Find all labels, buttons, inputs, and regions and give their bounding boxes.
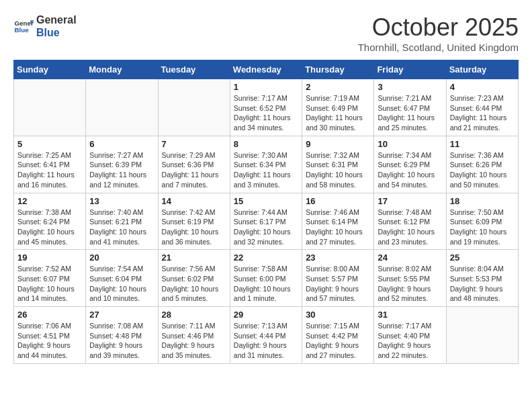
day-number: 12 — [17, 196, 82, 206]
logo: General Blue General Blue — [13, 13, 77, 39]
calendar-cell: 8Sunrise: 7:30 AM Sunset: 6:34 PM Daylig… — [230, 136, 302, 193]
day-number: 17 — [378, 196, 442, 206]
calendar-cell: 21Sunrise: 7:56 AM Sunset: 6:02 PM Dayli… — [158, 250, 230, 307]
day-number: 31 — [378, 310, 442, 320]
day-number: 1 — [234, 82, 298, 92]
day-info: Sunrise: 7:54 AM Sunset: 6:04 PM Dayligh… — [89, 264, 154, 304]
calendar-cell: 30Sunrise: 7:15 AM Sunset: 4:42 PM Dayli… — [302, 307, 374, 364]
day-number: 2 — [306, 82, 370, 92]
day-info: Sunrise: 7:15 AM Sunset: 4:42 PM Dayligh… — [306, 321, 370, 361]
day-info: Sunrise: 7:48 AM Sunset: 6:12 PM Dayligh… — [378, 208, 442, 247]
weekday-header-friday: Friday — [374, 60, 446, 79]
day-info: Sunrise: 7:52 AM Sunset: 6:07 PM Dayligh… — [17, 264, 82, 304]
calendar-cell: 9Sunrise: 7:32 AM Sunset: 6:31 PM Daylig… — [302, 136, 374, 193]
day-info: Sunrise: 7:19 AM Sunset: 6:49 PM Dayligh… — [306, 93, 370, 133]
day-info: Sunrise: 7:08 AM Sunset: 4:48 PM Dayligh… — [89, 321, 154, 361]
day-info: Sunrise: 7:50 AM Sunset: 6:09 PM Dayligh… — [450, 208, 515, 247]
calendar-cell: 6Sunrise: 7:27 AM Sunset: 6:39 PM Daylig… — [86, 136, 158, 193]
day-number: 19 — [17, 253, 82, 263]
day-info: Sunrise: 7:13 AM Sunset: 4:44 PM Dayligh… — [234, 321, 298, 361]
calendar-cell: 1Sunrise: 7:17 AM Sunset: 6:52 PM Daylig… — [230, 79, 302, 136]
calendar-cell: 11Sunrise: 7:36 AM Sunset: 6:26 PM Dayli… — [446, 136, 518, 193]
calendar-week-row: 19Sunrise: 7:52 AM Sunset: 6:07 PM Dayli… — [14, 250, 519, 307]
calendar-week-row: 26Sunrise: 7:06 AM Sunset: 4:51 PM Dayli… — [14, 307, 519, 364]
day-number: 28 — [162, 310, 226, 320]
day-number: 15 — [234, 196, 298, 206]
calendar-cell: 23Sunrise: 8:00 AM Sunset: 5:57 PM Dayli… — [302, 250, 374, 307]
day-number: 16 — [306, 196, 370, 206]
day-info: Sunrise: 7:27 AM Sunset: 6:39 PM Dayligh… — [89, 150, 154, 190]
weekday-header-saturday: Saturday — [446, 60, 518, 79]
calendar-cell: 13Sunrise: 7:40 AM Sunset: 6:21 PM Dayli… — [86, 193, 158, 250]
weekday-header-monday: Monday — [86, 60, 158, 79]
calendar-cell: 7Sunrise: 7:29 AM Sunset: 6:36 PM Daylig… — [158, 136, 230, 193]
day-info: Sunrise: 7:17 AM Sunset: 6:52 PM Dayligh… — [234, 93, 298, 133]
day-info: Sunrise: 7:29 AM Sunset: 6:36 PM Dayligh… — [162, 150, 226, 190]
logo-blue: Blue — [36, 26, 77, 39]
day-info: Sunrise: 8:04 AM Sunset: 5:53 PM Dayligh… — [450, 264, 515, 304]
calendar-cell: 24Sunrise: 8:02 AM Sunset: 5:55 PM Dayli… — [374, 250, 446, 307]
day-number: 29 — [234, 310, 298, 320]
day-number: 3 — [378, 82, 442, 92]
day-number: 23 — [306, 253, 370, 263]
calendar-cell: 14Sunrise: 7:42 AM Sunset: 6:19 PM Dayli… — [158, 193, 230, 250]
day-number: 10 — [378, 139, 442, 149]
calendar-cell: 20Sunrise: 7:54 AM Sunset: 6:04 PM Dayli… — [86, 250, 158, 307]
calendar-cell: 4Sunrise: 7:23 AM Sunset: 6:44 PM Daylig… — [446, 79, 518, 136]
day-info: Sunrise: 7:44 AM Sunset: 6:17 PM Dayligh… — [234, 208, 298, 247]
calendar-cell: 22Sunrise: 7:58 AM Sunset: 6:00 PM Dayli… — [230, 250, 302, 307]
day-info: Sunrise: 7:58 AM Sunset: 6:00 PM Dayligh… — [234, 264, 298, 304]
day-number: 25 — [450, 253, 515, 263]
weekday-header-wednesday: Wednesday — [230, 60, 302, 79]
day-info: Sunrise: 7:34 AM Sunset: 6:29 PM Dayligh… — [378, 150, 442, 190]
title-area: October 2025 Thornhill, Scotland, United… — [358, 13, 519, 53]
calendar-cell: 10Sunrise: 7:34 AM Sunset: 6:29 PM Dayli… — [374, 136, 446, 193]
day-info: Sunrise: 7:46 AM Sunset: 6:14 PM Dayligh… — [306, 208, 370, 247]
calendar-cell: 28Sunrise: 7:11 AM Sunset: 4:46 PM Dayli… — [158, 307, 230, 364]
page-header: General Blue General Blue October 2025 T… — [13, 13, 519, 53]
day-number: 14 — [162, 196, 226, 206]
day-number: 30 — [306, 310, 370, 320]
day-info: Sunrise: 7:32 AM Sunset: 6:31 PM Dayligh… — [306, 150, 370, 190]
day-number: 26 — [17, 310, 82, 320]
calendar-cell — [446, 307, 518, 364]
day-number: 27 — [89, 310, 154, 320]
day-info: Sunrise: 7:42 AM Sunset: 6:19 PM Dayligh… — [162, 208, 226, 247]
weekday-header-thursday: Thursday — [302, 60, 374, 79]
day-info: Sunrise: 8:02 AM Sunset: 5:55 PM Dayligh… — [378, 264, 442, 304]
day-info: Sunrise: 7:06 AM Sunset: 4:51 PM Dayligh… — [17, 321, 82, 361]
calendar-cell: 12Sunrise: 7:38 AM Sunset: 6:24 PM Dayli… — [14, 193, 86, 250]
day-info: Sunrise: 8:00 AM Sunset: 5:57 PM Dayligh… — [306, 264, 370, 304]
day-number: 13 — [89, 196, 154, 206]
calendar-cell: 27Sunrise: 7:08 AM Sunset: 4:48 PM Dayli… — [86, 307, 158, 364]
day-number: 20 — [89, 253, 154, 263]
calendar-cell: 2Sunrise: 7:19 AM Sunset: 6:49 PM Daylig… — [302, 79, 374, 136]
day-info: Sunrise: 7:11 AM Sunset: 4:46 PM Dayligh… — [162, 321, 226, 361]
day-info: Sunrise: 7:40 AM Sunset: 6:21 PM Dayligh… — [89, 208, 154, 247]
svg-text:Blue: Blue — [15, 26, 30, 34]
day-info: Sunrise: 7:17 AM Sunset: 4:40 PM Dayligh… — [378, 321, 442, 361]
calendar-cell — [86, 79, 158, 136]
calendar-table: SundayMondayTuesdayWednesdayThursdayFrid… — [13, 60, 519, 364]
location-title: Thornhill, Scotland, United Kingdom — [358, 42, 519, 53]
day-number: 6 — [89, 139, 154, 149]
calendar-week-row: 1Sunrise: 7:17 AM Sunset: 6:52 PM Daylig… — [14, 79, 519, 136]
day-info: Sunrise: 7:36 AM Sunset: 6:26 PM Dayligh… — [450, 150, 515, 190]
calendar-cell: 31Sunrise: 7:17 AM Sunset: 4:40 PM Dayli… — [374, 307, 446, 364]
calendar-cell: 16Sunrise: 7:46 AM Sunset: 6:14 PM Dayli… — [302, 193, 374, 250]
day-info: Sunrise: 7:23 AM Sunset: 6:44 PM Dayligh… — [450, 93, 515, 133]
calendar-cell: 29Sunrise: 7:13 AM Sunset: 4:44 PM Dayli… — [230, 307, 302, 364]
weekday-header-sunday: Sunday — [14, 60, 86, 79]
calendar-cell — [14, 79, 86, 136]
day-number: 24 — [378, 253, 442, 263]
day-number: 18 — [450, 196, 515, 206]
day-number: 21 — [162, 253, 226, 263]
calendar-cell — [158, 79, 230, 136]
day-number: 4 — [450, 82, 515, 92]
calendar-week-row: 12Sunrise: 7:38 AM Sunset: 6:24 PM Dayli… — [14, 193, 519, 250]
weekday-header-tuesday: Tuesday — [158, 60, 230, 79]
day-number: 5 — [17, 139, 82, 149]
logo-general: General — [36, 13, 77, 26]
day-number: 9 — [306, 139, 370, 149]
day-info: Sunrise: 7:21 AM Sunset: 6:47 PM Dayligh… — [378, 93, 442, 133]
